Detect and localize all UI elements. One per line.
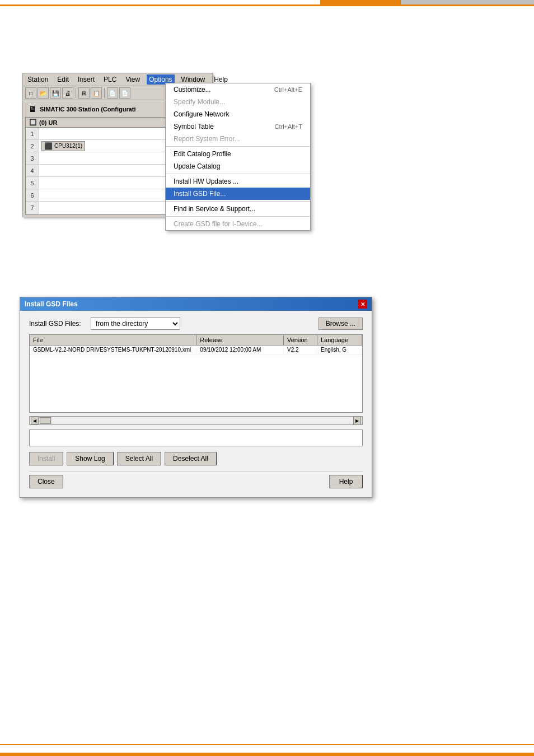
h-scroll-right-arrow[interactable]: ▶ [353,416,361,425]
menu-item-install-hw-updates[interactable]: Install HW Updates ... [166,175,310,188]
source-select[interactable]: from the directory from the CD from the … [91,318,180,330]
gsd-file-table-area: File Release Version Language GSDML-V2.2… [29,334,363,413]
menu-view[interactable]: View [123,74,142,85]
row-num-1: 1 [26,128,39,139]
rack-arrow-icon: 🔲 [29,119,37,126]
dialog-body: Install GSD Files: from the directory fr… [20,311,372,497]
customize-label: Customize... [174,86,211,94]
rack-label: (0) UR [39,119,57,126]
station-icon: 🖥 [29,105,36,114]
td-version-1: V2.2 [284,346,317,354]
th-version: Version [284,335,317,345]
menu-sep-4 [166,216,310,217]
bottom-decorative-bar [0,753,534,756]
menu-insert[interactable]: Insert [76,74,97,85]
menu-station[interactable]: Station [25,74,50,85]
help-btn[interactable]: Help [329,475,363,488]
select-all-btn[interactable]: Select All [117,452,161,465]
menu-plc[interactable]: PLC [101,74,119,85]
browse-btn[interactable]: Browse ... [318,318,363,330]
configure-network-label: Configure Network [174,110,229,118]
source-row: Install GSD Files: from the directory fr… [29,318,363,330]
menu-sep-1 [166,146,310,147]
h-scrollbar-area: ◀ ▶ [29,416,363,425]
h-scroll-track [52,417,353,424]
station-title: SIMATIC 300 Station (Configurati [40,106,136,113]
menu-item-specify-module: Specify Module... [166,96,310,108]
th-language: Language [317,335,362,345]
row-num-6: 6 [26,189,39,201]
h-scrollbar[interactable]: ◀ ▶ [29,416,363,425]
install-hw-updates-label: Install HW Updates ... [174,178,238,185]
th-release: Release [196,335,284,345]
source-label: Install GSD Files: [29,320,85,328]
toolbar-open-btn[interactable]: 📂 [38,87,49,99]
td-release-1: 09/10/2012 12:00:00 AM [196,346,284,354]
toolbar-sep2 [104,88,105,98]
doc-text-above [22,34,512,62]
install-gsd-label: Install GSD File... [174,190,226,198]
toolbar-new-btn[interactable]: □ [25,87,36,99]
orange-accent-line [0,4,534,6]
cpu-icon: ⬛ [44,142,53,150]
menu-item-report-error: Report System Error... [166,133,310,145]
cpu-label: CPU312(1) [54,143,82,149]
row-num-4: 4 [26,165,39,176]
options-dropdown-menu: Customize... Ctrl+Alt+E Specify Module..… [165,83,311,231]
toolbar-btn7[interactable]: 📄 [107,87,118,99]
install-btn[interactable]: Install [29,452,63,465]
symbol-table-shortcut: Ctrl+Alt+T [274,123,302,130]
menu-item-customize[interactable]: Customize... Ctrl+Alt+E [166,83,310,96]
action-btn-row: Install Show Log Select All Deselect All [29,452,363,465]
td-language-1: English, G [317,346,362,354]
customize-shortcut: Ctrl+Alt+E [274,86,302,93]
dialog-close-btn[interactable]: ✕ [358,300,367,309]
close-btn[interactable]: Close [29,475,63,488]
toolbar-save-btn[interactable]: 💾 [50,87,61,99]
table-header-row: File Release Version Language [30,335,362,346]
menu-item-find-service[interactable]: Find in Service & Support... [166,203,310,215]
symbol-table-label: Symbol Table [174,123,214,130]
toolbar-sep1 [76,88,76,98]
install-gsd-dialog: Install GSD Files ✕ Install GSD Files: f… [20,297,372,498]
path-input-field[interactable] [29,430,363,446]
edit-catalog-label: Edit Catalog Profile [174,150,231,158]
h-scroll-thumb[interactable] [40,417,51,424]
specify-module-label: Specify Module... [174,98,225,106]
row-num-2: 2 [26,140,39,152]
find-service-label: Find in Service & Support... [174,205,255,213]
row-num-7: 7 [26,202,39,214]
dialog-footer: Close Help [29,471,363,491]
menu-item-update-catalog[interactable]: Update Catalog [166,160,310,172]
top-decorative-bar [0,0,534,4]
toolbar-btn6[interactable]: 📋 [91,87,102,99]
menu-item-create-gsd: Create GSD file for I-Device... [166,218,310,230]
menu-item-install-gsd-file[interactable]: Install GSD File... [166,188,310,200]
th-file: File [30,335,196,345]
bottom-accent-line [0,744,534,745]
h-scroll-left-arrow[interactable]: ◀ [31,417,39,424]
toolbar-print-btn[interactable]: 🖨 [62,87,73,99]
toolbar-btn5[interactable]: ⊞ [78,87,90,99]
menu-sep-3 [166,201,310,202]
menu-edit[interactable]: Edit [55,74,71,85]
dialog-title: Install GSD Files [25,300,78,308]
row-num-5: 5 [26,177,39,189]
table-row-1[interactable]: GSDML-V2.2-NORD DRIVESYSTEMS-TUKPNT-2012… [30,346,362,354]
dialog-titlebar: Install GSD Files ✕ [20,297,372,311]
deselect-all-btn[interactable]: Deselect All [165,452,217,465]
cpu-badge: ⬛ CPU312(1) [41,141,85,151]
menu-item-edit-catalog[interactable]: Edit Catalog Profile [166,148,310,160]
update-catalog-label: Update Catalog [174,162,220,170]
report-error-label: Report System Error... [174,135,240,143]
menu-sep-2 [166,174,310,174]
show-log-btn[interactable]: Show Log [67,452,113,465]
menu-item-configure-network[interactable]: Configure Network [166,108,310,120]
menu-item-symbol-table[interactable]: Symbol Table Ctrl+Alt+T [166,120,310,133]
td-file-1: GSDML-V2.2-NORD DRIVESYSTEMS-TUKPNT-2012… [30,346,196,354]
create-gsd-label: Create GSD file for I-Device... [174,220,263,228]
row-num-3: 3 [26,152,39,164]
toolbar-btn8[interactable]: 📄 [119,87,130,99]
